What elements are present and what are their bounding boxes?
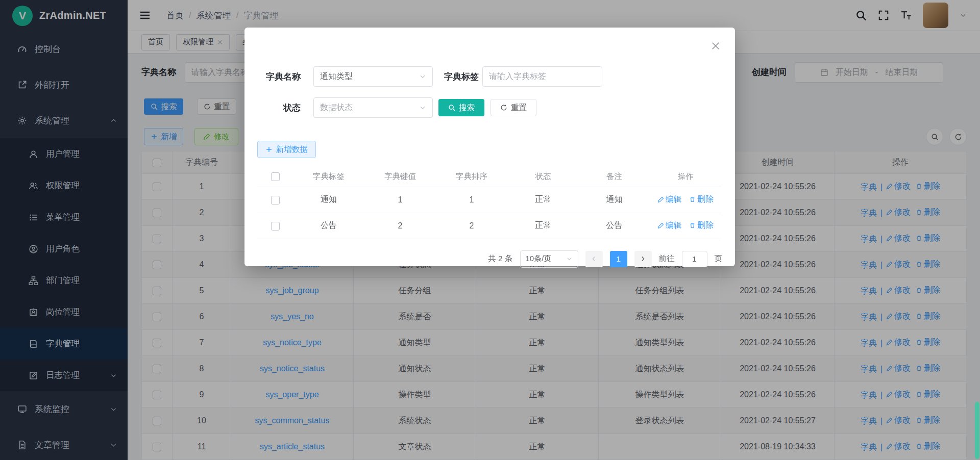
- trash-icon: [689, 196, 696, 203]
- plus-icon: [265, 146, 273, 153]
- page-size-value: 10条/页: [526, 254, 566, 264]
- next-page-button[interactable]: [634, 251, 652, 267]
- goto-label: 前往: [659, 253, 675, 264]
- cell-dict-label: 通知: [293, 187, 364, 213]
- edit-link[interactable]: 编辑: [657, 194, 682, 205]
- dict-label-label: 字典标签: [433, 71, 479, 83]
- row-checkbox[interactable]: [271, 222, 280, 231]
- trash-icon: [689, 222, 696, 229]
- edit-icon: [657, 196, 664, 203]
- modal-reset-button[interactable]: 重置: [491, 99, 536, 116]
- cell-status: 正常: [507, 187, 579, 213]
- pagination-total: 共 2 条: [488, 253, 512, 264]
- chevron-left-icon: [591, 255, 597, 262]
- col-dict-sort: 字典排序: [436, 167, 507, 187]
- col-remark: 备注: [579, 167, 650, 187]
- status-placeholder: 数据状态: [320, 103, 419, 113]
- col-status: 状态: [507, 167, 579, 187]
- dict-data-table: 字典标签 字典键值 字典排序 状态 备注 操作 通知 1 1 正常 通知 编辑 …: [257, 167, 721, 239]
- cell-dict-sort: 2: [436, 213, 507, 239]
- status-select[interactable]: 数据状态: [313, 97, 433, 118]
- table-row: 公告 2 2 正常 公告 编辑 删除: [257, 213, 721, 239]
- dict-name-select[interactable]: 通知类型: [313, 66, 433, 87]
- chevron-down-icon: [566, 255, 573, 262]
- col-dict-value: 字典键值: [364, 167, 436, 187]
- pagination: 共 2 条 10条/页 1 前往 页: [257, 250, 722, 268]
- col-dict-label: 字典标签: [293, 167, 364, 187]
- row-actions: 编辑 删除: [650, 213, 721, 239]
- chevron-down-icon: [419, 104, 426, 111]
- col-actions: 操作: [650, 167, 721, 187]
- delete-link[interactable]: 删除: [689, 220, 714, 231]
- chevron-right-icon: [640, 255, 646, 262]
- modal-search-label: 搜索: [459, 103, 475, 113]
- status-label: 状态: [257, 102, 301, 114]
- close-icon[interactable]: [710, 41, 721, 51]
- dict-data-dialog: 字典名称 通知类型 字典标签 状态 数据状态 搜索 重置 新增数据: [244, 28, 735, 266]
- add-data-label: 新增数据: [276, 144, 308, 155]
- cell-status: 正常: [507, 213, 579, 239]
- row-actions: 编辑 删除: [650, 187, 721, 213]
- cell-dict-value: 2: [364, 213, 436, 239]
- row-checkbox[interactable]: [271, 196, 280, 205]
- goto-page-input[interactable]: [682, 251, 707, 267]
- cell-remark: 通知: [579, 187, 650, 213]
- dict-name-selected-value: 通知类型: [320, 71, 419, 82]
- dict-name-label: 字典名称: [257, 71, 301, 83]
- cell-dict-label: 公告: [293, 213, 364, 239]
- modal-filter-row-1: 字典名称 通知类型 字典标签: [257, 66, 722, 87]
- table-header-row: 字典标签 字典键值 字典排序 状态 备注 操作: [257, 167, 721, 187]
- table-row: 通知 1 1 正常 通知 编辑 删除: [257, 187, 721, 213]
- modal-search-button[interactable]: 搜索: [438, 99, 484, 116]
- modal-filter-row-2: 状态 数据状态 搜索 重置: [257, 97, 722, 118]
- page-unit-label: 页: [715, 253, 723, 264]
- add-data-button[interactable]: 新增数据: [257, 141, 316, 158]
- modal-reset-label: 重置: [511, 103, 527, 113]
- edit-icon: [657, 222, 664, 229]
- select-all-checkbox[interactable]: [271, 172, 280, 181]
- refresh-icon: [500, 104, 507, 111]
- page-number-1[interactable]: 1: [610, 251, 627, 267]
- delete-link[interactable]: 删除: [689, 194, 714, 205]
- cell-remark: 公告: [579, 213, 650, 239]
- dict-label-input[interactable]: [482, 66, 602, 87]
- edit-link[interactable]: 编辑: [657, 220, 682, 231]
- cell-dict-value: 1: [364, 187, 436, 213]
- scrollbar-thumb[interactable]: [975, 402, 979, 459]
- prev-page-button[interactable]: [585, 251, 603, 267]
- page-size-select[interactable]: 10条/页: [520, 250, 578, 268]
- chevron-down-icon: [419, 73, 426, 80]
- cell-dict-sort: 1: [436, 187, 507, 213]
- search-icon: [448, 104, 455, 111]
